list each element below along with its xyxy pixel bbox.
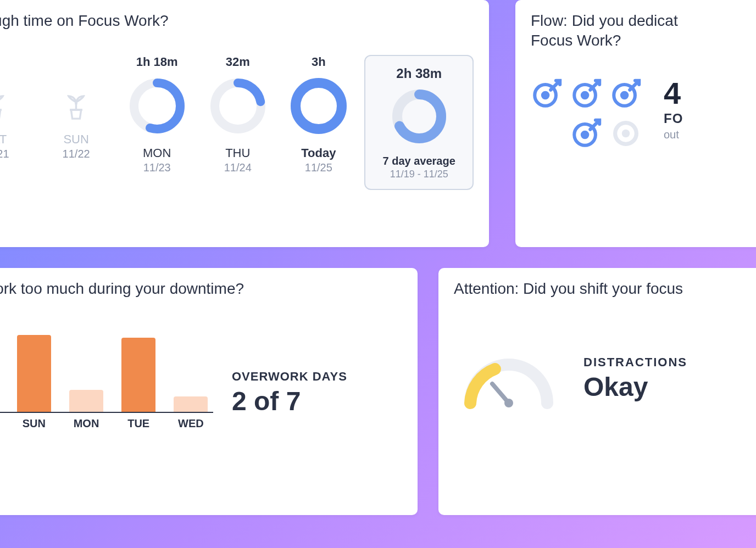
plant-icon <box>0 92 10 122</box>
bar-icon <box>174 396 208 412</box>
focus-day-today[interactable]: 3h Today 11/25 <box>278 55 359 174</box>
plant-icon <box>61 92 91 122</box>
attention-card: Attention: Did you shift your focus DIST… <box>438 268 756 515</box>
focus-day-date: 11/25 <box>305 161 332 174</box>
focus-day-sun[interactable]: SUN 11/22 <box>36 55 116 160</box>
focus-average-box[interactable]: 2h 38m 7 day average 11/19 - 11/25 <box>364 55 474 190</box>
overwork-bar[interactable] <box>64 390 108 412</box>
focus-ring-icon <box>208 76 268 136</box>
overwork-bar[interactable] <box>169 396 213 412</box>
focus-ring-icon <box>127 76 187 136</box>
focus-day-name: SUN <box>63 132 88 147</box>
overwork-bar[interactable] <box>12 335 56 412</box>
overwork-metric: OVERWORK DAYS 2 of 7 <box>213 370 347 416</box>
focus-day-sat[interactable]: SAT 11/21 <box>0 55 36 160</box>
target-empty-icon <box>610 118 642 149</box>
flow-metric-label: FO <box>664 111 683 126</box>
overwork-bar-chart: SATSUNMONTUEWED <box>0 329 213 456</box>
flow-metric-of: out <box>664 128 683 141</box>
overwork-bar-label: MON <box>64 417 108 430</box>
focus-day-time: 1h 18m <box>136 55 178 71</box>
focus-day-thu[interactable]: 32m THU 11/24 <box>197 55 278 174</box>
overwork-bar-label: SUN <box>12 417 56 430</box>
focus-ring-icon <box>288 76 349 136</box>
focus-average-label: 7 day average <box>383 155 455 167</box>
flow-metric: 4 FO out <box>664 78 683 153</box>
focus-day-date: 11/24 <box>224 161 252 174</box>
overwork-card: you work too much during your downtime? … <box>0 268 418 515</box>
overwork-value: 2 of 7 <box>232 386 347 416</box>
focus-day-name: THU <box>225 146 250 160</box>
svg-point-17 <box>622 130 630 138</box>
overwork-caption: OVERWORK DAYS <box>232 370 347 384</box>
flow-metric-number: 4 <box>664 78 683 109</box>
target-icon <box>570 118 602 149</box>
svg-point-13 <box>620 91 629 99</box>
focus-day-date: 11/23 <box>143 161 171 174</box>
flow-card-title: Flow: Did you dedicat <box>531 12 756 30</box>
overwork-bar-label: SAT <box>0 417 4 430</box>
attention-card-title: Attention: Did you shift your focus <box>454 280 756 298</box>
flow-targets-grid <box>531 78 645 153</box>
target-icon <box>531 78 563 110</box>
focus-day-name: SAT <box>0 132 7 147</box>
focus-day-name: MON <box>143 146 171 160</box>
focus-day-mon[interactable]: 1h 18m MON 11/23 <box>116 55 197 174</box>
overwork-bar-label: TUE <box>116 417 161 430</box>
focus-days-row: SAT 11/21 SUN 11/22 1h 18m <box>0 35 474 190</box>
focus-average-ring-icon <box>388 86 450 147</box>
focus-average-range: 11/19 - 11/25 <box>390 169 448 180</box>
overwork-card-title: you work too much during your downtime? <box>0 280 402 298</box>
bar-icon <box>69 390 103 412</box>
distraction-gauge-icon <box>454 343 564 414</box>
focus-day-name: Today <box>301 146 336 160</box>
svg-point-9 <box>541 91 549 99</box>
attention-value: Okay <box>583 372 687 402</box>
chart-axis <box>0 412 213 413</box>
svg-point-15 <box>581 131 589 139</box>
overwork-bar[interactable] <box>0 395 4 412</box>
focus-card: d enough time on Focus Work? SAT 11/21 <box>0 0 489 247</box>
flow-card-subtitle: Focus Work? <box>531 32 756 49</box>
attention-caption: DISTRACTIONS <box>583 355 687 370</box>
focus-day-date: 11/22 <box>63 148 90 160</box>
svg-point-11 <box>581 91 589 99</box>
attention-metric: DISTRACTIONS Okay <box>583 355 687 402</box>
focus-day-time: 32m <box>226 55 250 71</box>
target-icon <box>570 78 602 110</box>
focus-average-time: 2h 38m <box>396 66 442 81</box>
overwork-bar-label: WED <box>169 417 213 430</box>
svg-point-5 <box>296 83 342 129</box>
focus-day-time: 3h <box>312 55 326 71</box>
target-icon <box>610 78 642 110</box>
overwork-bar[interactable] <box>116 338 161 412</box>
bar-icon <box>121 338 155 412</box>
bar-icon <box>17 335 51 412</box>
focus-day-date: 11/21 <box>0 148 9 160</box>
flow-card: Flow: Did you dedicat Focus Work? 4 FO o <box>515 0 756 247</box>
focus-card-title: d enough time on Focus Work? <box>0 12 474 30</box>
